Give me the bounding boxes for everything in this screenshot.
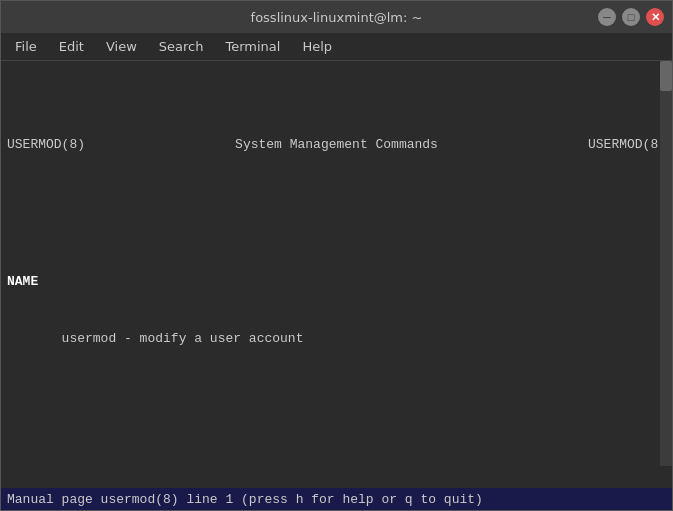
terminal-content[interactable]: USERMOD(8) System Management Commands US… xyxy=(1,61,672,488)
section-synopsis: SYNOPSIS usermod [options] LOGIN xyxy=(7,462,666,488)
menu-help[interactable]: Help xyxy=(292,35,342,58)
status-text: Manual page usermod(8) line 1 (press h f… xyxy=(7,492,483,507)
status-bar: Manual page usermod(8) line 1 (press h f… xyxy=(1,488,672,510)
scrollbar[interactable] xyxy=(660,61,672,466)
window-controls: ─ □ ✕ xyxy=(598,8,664,26)
menu-edit[interactable]: Edit xyxy=(49,35,94,58)
minimize-button[interactable]: ─ xyxy=(598,8,616,26)
maximize-button[interactable]: □ xyxy=(622,8,640,26)
titlebar: fosslinux-linuxmint@lm: ~ ─ □ ✕ xyxy=(1,1,672,33)
menu-view[interactable]: View xyxy=(96,35,147,58)
header-right: USERMOD(8) xyxy=(588,136,666,154)
header-center: System Management Commands xyxy=(235,136,438,154)
scrollbar-thumb[interactable] xyxy=(660,61,672,91)
menu-terminal[interactable]: Terminal xyxy=(215,35,290,58)
menu-search[interactable]: Search xyxy=(149,35,214,58)
man-header: USERMOD(8) System Management Commands US… xyxy=(7,136,666,154)
terminal-window: fosslinux-linuxmint@lm: ~ ─ □ ✕ File Edi… xyxy=(0,0,673,511)
window-title: fosslinux-linuxmint@lm: ~ xyxy=(251,10,423,25)
menubar: File Edit View Search Terminal Help xyxy=(1,33,672,61)
close-button[interactable]: ✕ xyxy=(646,8,664,26)
header-left: USERMOD(8) xyxy=(7,136,85,154)
man-page-content: USERMOD(8) System Management Commands US… xyxy=(1,61,672,488)
section-name: NAME usermod - modify a user account xyxy=(7,231,666,386)
menu-file[interactable]: File xyxy=(5,35,47,58)
